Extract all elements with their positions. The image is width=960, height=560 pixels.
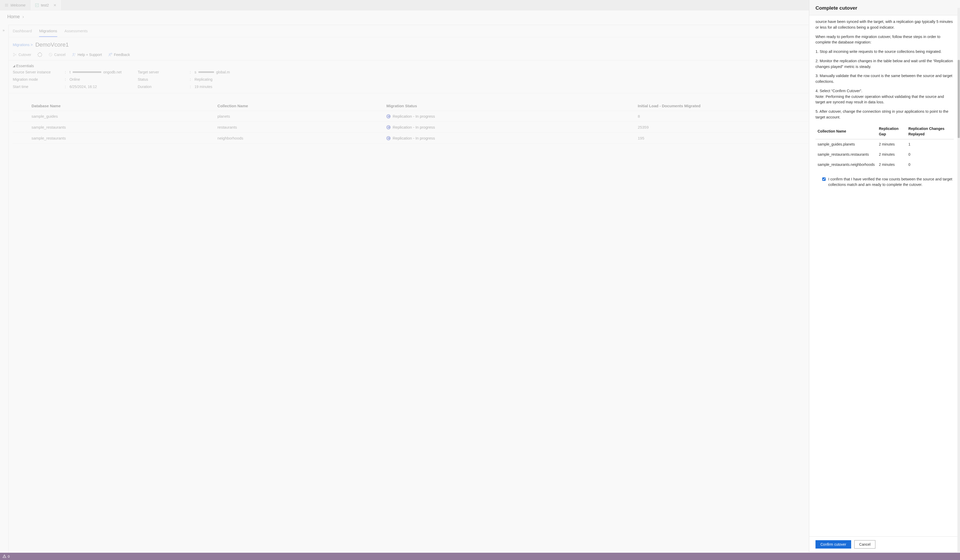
table-row: sample_restaurants.restaurants 2 minutes… [816, 149, 954, 160]
table-row: sample_guides.planets 2 minutes 1 [816, 139, 954, 149]
col-replication-gap: Replication Gap [877, 124, 906, 139]
intro-p1: When ready to perform the migration cuto… [816, 34, 954, 46]
cell-gap: 2 minutes [877, 149, 906, 160]
warning-count: 0 [8, 555, 10, 558]
cell-collection: sample_restaurants.restaurants [816, 149, 877, 160]
flyout-footer: Confirm cutover Cancel [809, 536, 960, 552]
step-3: 3. Manually validate that the row count … [816, 73, 954, 85]
step-4: 4. Select “Confirm Cutover”. Note: Perfo… [816, 88, 954, 105]
step-5: 5. After cutover, change the connection … [816, 109, 954, 120]
confirm-cutover-button[interactable]: Confirm cutover [816, 540, 851, 549]
cell-collection: sample_restaurants.neighborhoods [816, 160, 877, 170]
col-replication-changes: Replication Changes Replayed [906, 124, 954, 139]
step-2: 2. Monitor the replication changes in th… [816, 58, 954, 70]
flyout-body[interactable]: source have been synced with the target,… [809, 15, 960, 536]
cancel-button[interactable]: Cancel [854, 540, 876, 549]
table-row: sample_restaurants.neighborhoods 2 minut… [816, 160, 954, 170]
scrollbar-thumb[interactable] [958, 60, 960, 138]
intro-cont: source have been synced with the target,… [816, 19, 954, 30]
app-root: Welcome test2 ✕ Home › » Dashboard Migra… [0, 0, 960, 560]
col-collection-name: Collection Name [816, 124, 877, 139]
complete-cutover-panel: Complete cutover source have been synced… [809, 0, 960, 552]
cell-replayed: 0 [906, 160, 954, 170]
step-1: 1. Stop all incoming write requests to t… [816, 49, 954, 55]
flyout-title: Complete cutover [816, 5, 954, 11]
cell-gap: 2 minutes [877, 160, 906, 170]
flyout-header: Complete cutover [809, 0, 960, 15]
status-bar: 0 [0, 553, 960, 560]
cell-collection: sample_guides.planets [816, 139, 877, 149]
warning-icon[interactable] [3, 555, 6, 558]
confirm-row: I confirm that I have verified the row c… [822, 176, 954, 188]
scrollbar[interactable] [957, 8, 960, 552]
cell-replayed: 1 [906, 139, 954, 149]
confirm-text: I confirm that I have verified the row c… [828, 176, 954, 188]
cell-replayed: 0 [906, 149, 954, 160]
cell-gap: 2 minutes [877, 139, 906, 149]
table-header-row: Collection Name Replication Gap Replicat… [816, 124, 954, 139]
replication-table: Collection Name Replication Gap Replicat… [816, 124, 954, 170]
confirm-checkbox[interactable] [822, 177, 826, 181]
